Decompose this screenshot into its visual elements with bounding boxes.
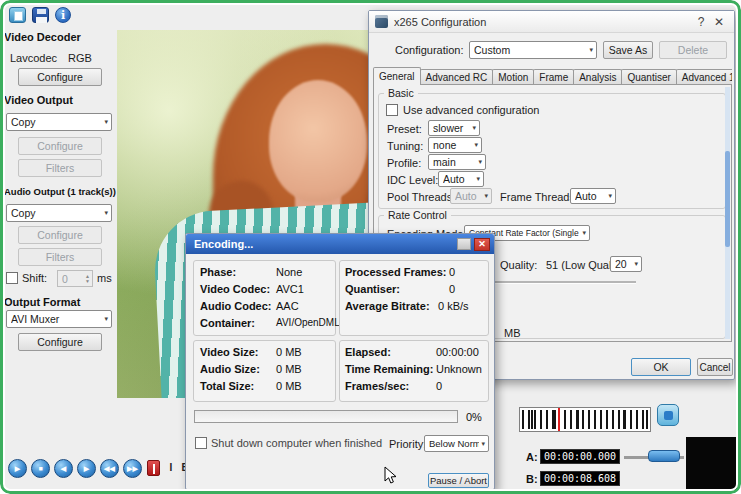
tuning-select[interactable]: none — [428, 137, 482, 153]
shift-value: 0 — [62, 273, 85, 285]
shift-stepper[interactable]: 0 — [57, 270, 93, 287]
document-icon — [14, 11, 23, 21]
video-decoder-heading: Video Decoder — [4, 31, 81, 43]
processed-frames-label: Processed Frames: — [345, 266, 447, 278]
step-back-button[interactable]: ◀ — [54, 459, 73, 478]
idc-level-select[interactable]: Auto — [438, 171, 484, 187]
video-output-filters-button[interactable]: Filters — [18, 159, 102, 177]
frame-threads-select[interactable]: Auto — [570, 188, 616, 204]
audio-size-value: 0 MB — [276, 363, 302, 375]
video-output-value: Copy — [11, 116, 102, 128]
volume-slider-handle[interactable] — [648, 450, 680, 462]
average-bitrate-label: Average Bitrate: — [345, 300, 430, 312]
audio-output-heading: Audio Output (1 track(s)) — [4, 186, 116, 197]
use-advanced-checkbox[interactable] — [386, 104, 398, 116]
scrollbar-thumb[interactable] — [725, 151, 730, 247]
tab-advanced-rc[interactable]: Advanced RC — [420, 69, 494, 85]
profile-value: main — [433, 156, 476, 168]
open-file-icon[interactable] — [9, 7, 26, 23]
output-format-heading: Output Format — [4, 296, 80, 308]
tab-general[interactable]: General — [373, 67, 421, 85]
idc-level-value: Auto — [443, 173, 474, 185]
encoding-dialog-titlebar[interactable]: Encoding... ✕ — [186, 234, 494, 254]
profile-select[interactable]: main — [428, 154, 486, 170]
marker-line — [153, 464, 155, 474]
info-icon[interactable]: i — [55, 7, 71, 23]
shutdown-checkbox[interactable] — [195, 437, 207, 449]
total-size-value: 0 MB — [276, 380, 302, 392]
output-format-select[interactable]: AVI Muxer — [6, 310, 112, 328]
pause-abort-button[interactable]: Pause / Abort — [428, 473, 489, 488]
priority-select[interactable]: Below Normal — [424, 435, 489, 452]
idc-level-label: IDC Level: — [387, 174, 438, 186]
next-keyframe-button[interactable]: ▶▶ — [123, 459, 142, 478]
marker-b-label: B: — [526, 473, 538, 485]
video-output-configure-button[interactable]: Configure — [18, 137, 102, 155]
video-output-select[interactable]: Copy — [6, 113, 112, 131]
step-forward-button[interactable]: ▶ — [77, 459, 96, 478]
save-as-button[interactable]: Save As — [603, 41, 653, 59]
scrubber-position-marker[interactable] — [558, 408, 560, 431]
phase-value: None — [276, 266, 302, 278]
chevron-down-icon — [589, 46, 593, 54]
navigate-icon[interactable] — [657, 404, 679, 426]
audio-filters-button[interactable]: Filters — [18, 248, 102, 266]
video-codec-value: AVC1 — [276, 283, 304, 295]
marker-a-button[interactable]: I — [164, 460, 178, 476]
diskette-shutter — [37, 9, 46, 14]
tab-motion[interactable]: Motion — [492, 69, 534, 85]
quality-stepper[interactable]: 20 — [610, 256, 642, 272]
encoding-dialog-title: Encoding... — [194, 238, 253, 250]
elapsed-label: Elapsed: — [345, 346, 391, 358]
stop-button[interactable]: ■ — [31, 459, 50, 478]
audio-output-select[interactable]: Copy — [6, 204, 112, 222]
prev-keyframe-button[interactable]: ◀◀ — [100, 459, 119, 478]
delete-button[interactable]: Delete — [659, 41, 727, 59]
quality-value: 20 — [615, 258, 632, 270]
encoding-progress-bar — [194, 410, 458, 423]
x265-dialog-titlebar[interactable]: x265 Configuration ? ✕ — [369, 11, 734, 33]
tab-quantiser[interactable]: Quantiser — [621, 69, 676, 85]
output-format-configure-button[interactable]: Configure — [18, 333, 102, 351]
time-remaining-value: Unknown — [436, 363, 482, 375]
audio-configure-button[interactable]: Configure — [18, 226, 102, 244]
use-advanced-label: Use advanced configuration — [403, 104, 539, 116]
close-icon[interactable]: ✕ — [474, 238, 490, 251]
panel-scrollbar[interactable] — [725, 87, 730, 339]
save-icon[interactable] — [32, 7, 49, 23]
mouse-cursor — [384, 466, 399, 485]
pool-threads-value: Auto — [455, 190, 482, 202]
mb-unit-label: MB — [504, 327, 521, 339]
preset-label: Preset: — [387, 123, 422, 135]
configuration-select[interactable]: Custom — [469, 41, 597, 59]
avidemux-window: i Video Decoder Lavcodec RGB Configure V… — [0, 0, 741, 494]
scrubber-ticks — [522, 410, 648, 429]
ok-button[interactable]: OK — [631, 358, 691, 376]
video-decoder-configure-button[interactable]: Configure — [18, 68, 102, 86]
pool-threads-select[interactable]: Auto — [450, 188, 492, 204]
priority-value: Below Normal — [429, 438, 479, 449]
help-button[interactable] — [457, 238, 471, 250]
marker-red-icon[interactable] — [147, 460, 160, 476]
frame-scrubber[interactable] — [519, 407, 651, 432]
close-icon[interactable]: ✕ — [710, 15, 728, 29]
bottom-right-panel — [686, 437, 737, 490]
rate-control-legend: Rate Control — [384, 209, 451, 221]
tab-analysis[interactable]: Analysis — [573, 69, 622, 85]
tuning-value: none — [433, 139, 472, 151]
help-button[interactable]: ? — [692, 15, 710, 29]
elapsed-value: 00:00:00 — [436, 346, 479, 358]
video-codec-label: Video Codec: — [200, 283, 270, 295]
play-button[interactable]: ▶ — [8, 459, 27, 478]
preset-select[interactable]: slower — [428, 120, 480, 136]
dialog-icon — [375, 15, 388, 28]
chevron-down-icon — [608, 192, 612, 200]
quality-label: Quality: — [500, 259, 537, 271]
video-decoder-mode: RGB — [68, 52, 92, 64]
tab-advanced-1[interactable]: Advanced 1 — [676, 69, 732, 85]
encoding-dialog: Encoding... ✕ Phase: None Video Codec: A… — [185, 233, 495, 490]
cancel-button[interactable]: Cancel — [697, 358, 733, 376]
container-label: Container: — [200, 317, 255, 329]
shift-checkbox[interactable] — [6, 272, 18, 284]
tab-frame[interactable]: Frame — [533, 69, 574, 85]
